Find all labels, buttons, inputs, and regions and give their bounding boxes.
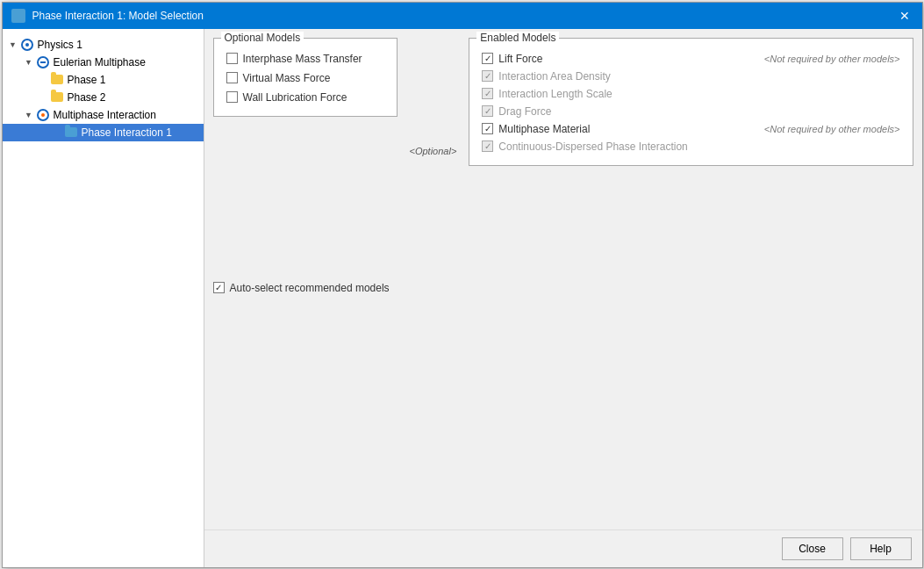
multiphase-material-checkbox[interactable] — [482, 123, 493, 134]
tree-item-physics1[interactable]: ▼ Physics 1 — [3, 36, 204, 54]
expand-icon-phase1 — [38, 75, 48, 85]
tree-label-phase-interaction-1: Phase Interaction 1 — [82, 126, 172, 139]
phase-interact-icon — [64, 126, 78, 140]
lift-force-checkbox[interactable] — [482, 53, 493, 64]
dialog-body: ▼ Physics 1 ▼ Eulerian Multiphase — [3, 29, 922, 567]
enabled-models-title: Enabled Models — [476, 32, 559, 44]
optional-text: <Optional> — [410, 146, 457, 156]
drag-force-checkbox[interactable] — [482, 105, 493, 117]
wall-checkbox[interactable] — [226, 91, 238, 103]
expand-icon-phase2 — [38, 92, 48, 103]
auto-select-row: Auto-select recommended models — [204, 273, 922, 303]
optional-item-interphase[interactable]: Interphase Mass Transfer — [226, 53, 384, 65]
help-button[interactable]: Help — [850, 537, 912, 560]
interaction-length-checkbox[interactable] — [482, 88, 493, 99]
expand-icon-multiphase: ▼ — [24, 110, 34, 120]
button-bar: Close Help — [204, 529, 922, 567]
tree-item-multiphase[interactable]: ▼ Multiphase Interaction — [3, 106, 204, 124]
dialog-title: Phase Interaction 1: Model Selection — [32, 10, 204, 22]
tree-item-eulerian[interactable]: ▼ Eulerian Multiphase — [3, 54, 204, 71]
content-spacer — [204, 303, 922, 529]
drag-force-label: Drag Force — [498, 105, 899, 118]
tree-item-phase-interaction-1[interactable]: Phase Interaction 1 — [3, 124, 204, 141]
virtual-label: Virtual Mass Force — [243, 72, 331, 84]
interaction-area-checkbox[interactable] — [482, 70, 493, 82]
interphase-checkbox[interactable] — [226, 53, 238, 64]
tree-item-phase1[interactable]: Phase 1 — [3, 71, 204, 89]
window-close-button[interactable]: ✕ — [896, 7, 913, 25]
enabled-row-continuous-dispersed: Continuous-Dispersed Phase Interaction — [482, 140, 899, 153]
tree-label-phase1: Phase 1 — [68, 74, 106, 86]
close-button[interactable]: Close — [782, 537, 843, 560]
tree-label-eulerian: Eulerian Multiphase — [54, 56, 146, 68]
enabled-row-interaction-area: Interaction Area Density — [482, 70, 899, 83]
lift-force-note: <Not required by other models> — [764, 54, 900, 64]
content-main: Optional Models Interphase Mass Transfer… — [204, 29, 922, 273]
content-panel: Optional Models Interphase Mass Transfer… — [204, 29, 922, 567]
auto-select-label: Auto-select recommended models — [230, 282, 390, 294]
expand-icon-phase-interaction — [52, 127, 62, 138]
expand-icon-physics1: ▼ — [8, 40, 18, 50]
tree-item-phase2[interactable]: Phase 2 — [3, 89, 204, 106]
title-bar: Phase Interaction 1: Model Selection ✕ — [3, 3, 922, 29]
main-dialog: Phase Interaction 1: Model Selection ✕ ▼… — [2, 2, 923, 568]
enabled-models-section: Enabled Models Lift Force <Not required … — [469, 38, 913, 166]
optional-item-virtual[interactable]: Virtual Mass Force — [226, 72, 384, 84]
title-bar-left: Phase Interaction 1: Model Selection — [11, 9, 204, 23]
folder-icon-phase1 — [50, 73, 64, 87]
folder-icon-phase2 — [50, 90, 64, 104]
tree-panel: ▼ Physics 1 ▼ Eulerian Multiphase — [3, 29, 204, 567]
tree-label-phase2: Phase 2 — [68, 91, 106, 104]
eulerian-icon — [36, 55, 50, 69]
multiphase-material-note: <Not required by other models> — [764, 124, 900, 134]
optional-item-wall[interactable]: Wall Lubrication Force — [226, 91, 384, 104]
continuous-dispersed-checkbox[interactable] — [482, 140, 493, 152]
enabled-row-drag: Drag Force — [482, 105, 899, 118]
interphase-label: Interphase Mass Transfer — [243, 53, 362, 65]
enabled-row-interaction-length: Interaction Length Scale — [482, 88, 899, 100]
interaction-area-label: Interaction Area Density — [498, 70, 899, 83]
enabled-row-lift: Lift Force <Not required by other models… — [482, 53, 899, 65]
optional-arrow-label: <Optional> — [398, 38, 469, 264]
dialog-icon — [11, 9, 25, 23]
optional-models-section: Optional Models Interphase Mass Transfer… — [213, 38, 398, 117]
tree-label-physics1: Physics 1 — [38, 39, 82, 51]
lift-force-label: Lift Force — [498, 53, 755, 65]
physics-icon — [20, 38, 34, 52]
continuous-dispersed-label: Continuous-Dispersed Phase Interaction — [498, 140, 899, 153]
tree-label-multiphase: Multiphase Interaction — [54, 109, 156, 121]
auto-select-checkbox[interactable] — [213, 282, 225, 293]
interaction-length-label: Interaction Length Scale — [498, 88, 899, 100]
expand-icon-eulerian: ▼ — [24, 57, 34, 68]
wall-label: Wall Lubrication Force — [243, 91, 347, 104]
enabled-row-multiphase-material: Multiphase Material <Not required by oth… — [482, 123, 899, 135]
optional-models-title: Optional Models — [221, 32, 304, 44]
multiphase-material-label: Multiphase Material — [498, 123, 755, 135]
multiphase-icon — [36, 108, 50, 122]
virtual-checkbox[interactable] — [226, 72, 238, 83]
